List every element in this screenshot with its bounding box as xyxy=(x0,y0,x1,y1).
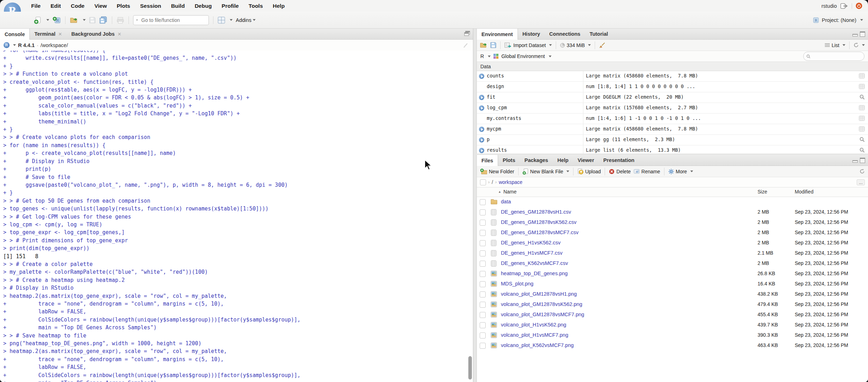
file-name[interactable]: volcano_plot_H1vsMCF7.png xyxy=(501,332,568,338)
tab-background-jobs[interactable]: Background Jobs✕ xyxy=(67,29,126,39)
new-blank-file-button[interactable]: New Blank File xyxy=(522,168,569,175)
file-row[interactable]: DE_genes_K562vsMCF7.csv 2 MB Sep 23, 202… xyxy=(477,259,868,269)
expand-arrow-icon[interactable] xyxy=(479,74,484,79)
file-name[interactable]: DE_genes_GM12878vsMCF7.csv xyxy=(501,230,578,235)
tab-tutorial[interactable]: Tutorial xyxy=(585,29,612,39)
tab-packages[interactable]: Packages xyxy=(520,155,553,166)
view-table-icon[interactable] xyxy=(859,116,865,122)
inspect-icon[interactable] xyxy=(860,137,865,144)
menu-help[interactable]: Help xyxy=(273,3,285,9)
file-row[interactable]: DE_genes_H1vsMCF7.csv 2.1 MB Sep 23, 202… xyxy=(477,248,868,259)
menu-profile[interactable]: Profile xyxy=(222,3,239,9)
breadcrumb-root[interactable]: / xyxy=(492,179,493,185)
file-name[interactable]: volcano_plot_GM12878vsH1.png xyxy=(501,291,577,297)
tab-viewer[interactable]: Viewer xyxy=(573,155,599,166)
view-table-icon[interactable] xyxy=(859,73,865,80)
environment-object-row[interactable]: log_cpm Large matrix (157680 elements, 2… xyxy=(477,103,868,114)
file-checkbox[interactable] xyxy=(480,271,486,277)
sort-ascending-icon[interactable]: ▲ xyxy=(498,190,501,193)
environment-search-box[interactable] xyxy=(803,52,864,61)
tab-console[interactable]: Console xyxy=(0,29,30,40)
menu-view[interactable]: View xyxy=(95,3,107,9)
more-button[interactable]: More xyxy=(668,169,693,174)
menu-file[interactable]: File xyxy=(31,3,41,9)
save-workspace-icon[interactable] xyxy=(490,42,496,48)
file-name[interactable]: heatmap_top_DE_genes.png xyxy=(501,271,568,276)
environment-search-input[interactable] xyxy=(812,53,861,59)
environment-object-row[interactable]: my.contrasts num [1:4, 1:6] 1 -1 0 0 1 0… xyxy=(477,114,868,124)
refresh-icon[interactable] xyxy=(860,169,865,174)
file-row[interactable]: volcano_plot_K562vsMCF7.png 463.4 KB Sep… xyxy=(477,341,868,351)
environment-object-row[interactable]: counts Large matrix (458680 elements, 7.… xyxy=(477,71,868,82)
project-caret[interactable] xyxy=(860,19,863,21)
environment-object-row[interactable]: results Large list (6 elements, 13.3 MB) xyxy=(477,145,868,156)
view-table-icon[interactable] xyxy=(859,105,865,112)
environment-object-row[interactable]: design num [1:8, 1:4] 1 1 0 0 0 0 0 0 0 … xyxy=(477,82,868,92)
file-checkbox[interactable] xyxy=(480,312,486,318)
expand-arrow-icon[interactable] xyxy=(479,127,484,132)
menu-session[interactable]: Session xyxy=(140,3,161,9)
column-modified[interactable]: Modified xyxy=(795,189,813,195)
clear-objects-icon[interactable] xyxy=(599,42,605,48)
view-table-icon[interactable] xyxy=(859,126,865,133)
file-row[interactable]: volcano_plot_GM12878vsK562.png 479.4 KB … xyxy=(477,300,868,310)
tab-plots[interactable]: Plots xyxy=(498,155,520,166)
menu-plots[interactable]: Plots xyxy=(117,3,130,9)
column-size[interactable]: Size xyxy=(758,189,767,195)
pane-layout-icon[interactable] xyxy=(218,17,225,24)
tab-help[interactable]: Help xyxy=(553,155,573,166)
save-icon[interactable] xyxy=(89,17,96,24)
expand-arrow-icon[interactable] xyxy=(479,137,484,143)
minimize-panel-icon[interactable] xyxy=(852,160,858,163)
breadcrumb-more-button[interactable]: ... xyxy=(857,179,865,185)
goto-file-function-box[interactable] xyxy=(133,15,209,25)
open-file-icon[interactable] xyxy=(70,17,78,24)
menu-build[interactable]: Build xyxy=(171,3,185,9)
environment-object-row[interactable]: mycpm Large matrix (458680 elements, 7.8… xyxy=(477,124,868,135)
project-selector[interactable]: Project: (None) xyxy=(822,17,856,23)
menu-debug[interactable]: Debug xyxy=(195,3,212,9)
environment-object-row[interactable]: fit Large DGEGLM (22 elements, 20 MB) xyxy=(477,92,868,103)
pane-layout-caret[interactable] xyxy=(230,19,233,21)
refresh-button[interactable] xyxy=(853,42,865,48)
tab-connections[interactable]: Connections xyxy=(545,29,585,39)
goto-file-function-input[interactable] xyxy=(141,17,206,23)
file-row[interactable]: DE_genes_GM12878vsK562.csv 2 MB Sep 23, … xyxy=(477,218,868,228)
file-name[interactable]: volcano_plot_GM12878vsMCF7.png xyxy=(501,312,584,317)
new-file-caret[interactable] xyxy=(46,19,49,21)
close-icon[interactable]: ✕ xyxy=(118,31,121,37)
environment-selector[interactable]: Global Environment xyxy=(501,53,545,59)
new-folder-button[interactable]: New Folder xyxy=(480,168,514,174)
tab-history[interactable]: History xyxy=(518,29,545,39)
file-row[interactable]: DE_genes_GM12878vsH1.csv 2 MB Sep 23, 20… xyxy=(477,207,868,218)
quit-session-icon[interactable] xyxy=(856,2,862,9)
column-name[interactable]: Name xyxy=(503,189,516,195)
breadcrumb-workspace[interactable]: workspace xyxy=(499,179,522,185)
file-checkbox[interactable] xyxy=(480,281,486,287)
new-project-icon[interactable]: R xyxy=(52,16,61,24)
file-checkbox[interactable] xyxy=(480,209,486,215)
environment-object-row[interactable]: p Large gg (11 elements, 2.3 MB) xyxy=(477,135,868,145)
file-name[interactable]: volcano_plot_K562vsMCF7.png xyxy=(501,342,574,348)
new-file-icon[interactable] xyxy=(34,16,42,24)
console-scrollbar[interactable] xyxy=(468,356,472,380)
file-row[interactable]: volcano_plot_H1vsMCF7.png 390.3 KB Sep 2… xyxy=(477,330,868,341)
expand-arrow-icon[interactable] xyxy=(479,105,484,111)
addins-button[interactable]: Addins xyxy=(236,17,256,23)
maximize-panel-icon[interactable] xyxy=(464,31,470,37)
rename-button[interactable]: a Rename xyxy=(634,169,660,174)
menu-code[interactable]: Code xyxy=(71,3,85,9)
save-all-icon[interactable] xyxy=(99,16,108,24)
file-checkbox[interactable] xyxy=(480,291,486,297)
file-checkbox[interactable] xyxy=(480,240,486,246)
file-row[interactable]: DE_genes_H1vsK562.csv 2 MB Sep 23, 2024,… xyxy=(477,238,868,248)
tab-environment[interactable]: Environment xyxy=(477,29,518,40)
file-checkbox[interactable] xyxy=(480,302,486,308)
file-name[interactable]: MDS_plot.png xyxy=(501,281,533,286)
file-checkbox[interactable] xyxy=(480,199,486,205)
sign-out-icon[interactable] xyxy=(840,3,848,9)
select-all-checkbox[interactable] xyxy=(480,179,486,185)
tab-files[interactable]: Files xyxy=(477,155,498,166)
import-dataset-button[interactable]: Import Dataset xyxy=(504,42,552,48)
file-name[interactable]: DE_genes_GM12878vsK562.csv xyxy=(501,219,577,225)
